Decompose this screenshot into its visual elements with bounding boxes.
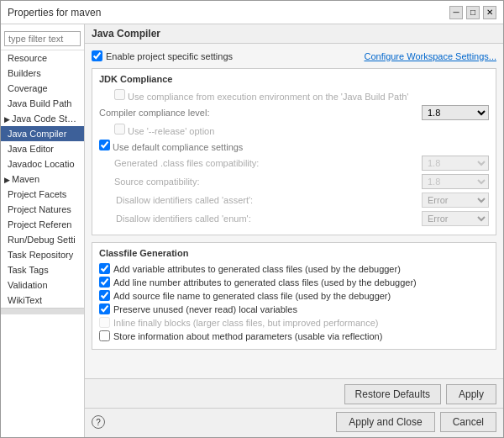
minimize-button[interactable]: ─: [449, 6, 463, 19]
filter-input[interactable]: [4, 31, 81, 46]
inline-finally-checkbox[interactable]: [99, 317, 110, 328]
bottom-row1: Restore Defaults Apply: [85, 379, 503, 408]
enable-project-specific-checkbox[interactable]: [92, 50, 102, 61]
panel-title: Java Compiler: [85, 24, 503, 44]
use-compliance-checkbox[interactable]: [114, 89, 125, 100]
generated-class-row: Generated .class files compatibility: 1.…: [99, 156, 489, 171]
sidebar-item-run-debug[interactable]: Run/Debug Setti: [1, 232, 84, 247]
disallow-assert-label: Disallow identifiers called 'assert':: [114, 195, 422, 205]
bottom-bar: Restore Defaults Apply ? Apply and Close…: [85, 378, 503, 437]
use-release-label: Use '--release' option: [114, 124, 489, 136]
use-default-checkbox[interactable]: [99, 140, 110, 150]
main-content: Resource Builders Coverage Java Build Pa…: [1, 24, 503, 437]
sidebar-item-javadoc[interactable]: Javadoc Locatio: [1, 156, 84, 172]
sidebar-item-resource[interactable]: Resource: [1, 50, 84, 66]
sidebar-item-project-references[interactable]: Project Referen: [1, 217, 84, 232]
sidebar-scrollbar[interactable]: [1, 308, 84, 314]
add-variable-label[interactable]: Add variable attributes to generated cla…: [99, 263, 489, 274]
generated-class-select[interactable]: 1.8: [422, 156, 489, 171]
window-controls: ─ □ ✕: [449, 6, 496, 19]
sidebar-item-java-compiler[interactable]: Java Compiler: [1, 126, 84, 141]
use-compliance-row: Use compliance from execution environmen…: [99, 89, 489, 102]
sidebar-item-project-natures[interactable]: Project Natures: [1, 202, 84, 217]
sidebar-item-validation[interactable]: Validation: [1, 277, 84, 293]
jdk-section-title: JDK Compliance: [99, 74, 489, 84]
disallow-assert-select[interactable]: Error: [422, 193, 489, 208]
sidebar-item-project-facets[interactable]: Project Facets: [1, 187, 84, 202]
generated-class-label: Generated .class files compatibility:: [114, 158, 422, 168]
add-variable-checkbox[interactable]: [99, 263, 110, 274]
inline-finally-label[interactable]: Inline finally blocks (larger class file…: [99, 317, 489, 328]
compiler-compliance-select[interactable]: 1.8: [422, 105, 489, 120]
add-line-label[interactable]: Add line number attributes to generated …: [99, 277, 489, 288]
use-release-row: Use '--release' option: [99, 124, 489, 136]
right-panel: Java Compiler Enable project specific se…: [85, 24, 503, 437]
preserve-unused-checkbox[interactable]: [99, 303, 110, 314]
help-icon[interactable]: ?: [92, 415, 105, 429]
sidebar-item-wikitext[interactable]: WikiText: [1, 293, 84, 308]
store-info-label[interactable]: Store information about method parameter…: [99, 330, 489, 341]
preserve-unused-label[interactable]: Preserve unused (never read) local varia…: [99, 303, 489, 314]
action-buttons: Apply and Close Cancel: [336, 412, 496, 432]
disallow-assert-row: Disallow identifiers called 'assert': Er…: [99, 193, 489, 208]
source-compat-label: Source compatibility:: [114, 177, 422, 187]
store-info-checkbox[interactable]: [99, 330, 110, 341]
use-default-label: Use default compliance settings: [99, 140, 489, 152]
source-compat-row: Source compatibility: 1.8: [99, 174, 489, 189]
sidebar-item-coverage[interactable]: Coverage: [1, 81, 84, 96]
sidebar-item-java-editor[interactable]: Java Editor: [1, 141, 84, 156]
add-source-label[interactable]: Add source file name to generated class …: [99, 290, 489, 301]
sidebar-item-builders[interactable]: Builders: [1, 66, 84, 81]
disallow-enum-row: Disallow identifiers called 'enum': Erro…: [99, 211, 489, 226]
add-source-checkbox[interactable]: [99, 290, 110, 301]
window-title: Properties for maven: [8, 7, 101, 18]
compiler-compliance-label: Compiler compliance level:: [99, 108, 422, 118]
bottom-row2: ? Apply and Close Cancel: [85, 408, 503, 437]
enable-row: Enable project specific settings Configu…: [92, 50, 496, 61]
classfile-section-title: Classfile Generation: [99, 248, 489, 258]
disallow-enum-select[interactable]: Error: [422, 211, 489, 226]
compiler-compliance-row: Compiler compliance level: 1.8: [99, 105, 489, 120]
configure-workspace-link[interactable]: Configure Workspace Settings...: [364, 51, 496, 61]
disallow-enum-label: Disallow identifiers called 'enum':: [114, 214, 422, 224]
sidebar: Resource Builders Coverage Java Build Pa…: [1, 24, 85, 437]
sidebar-item-maven[interactable]: ▶Maven: [1, 172, 84, 187]
sidebar-item-java-code-style[interactable]: ▶Java Code Style: [1, 111, 84, 126]
add-line-checkbox[interactable]: [99, 277, 110, 288]
classfile-section: Classfile Generation Add variable attrib…: [92, 242, 496, 350]
apply-and-close-button[interactable]: Apply and Close: [336, 412, 434, 432]
sidebar-item-java-build-path[interactable]: Java Build Path: [1, 96, 84, 111]
cancel-button[interactable]: Cancel: [440, 412, 496, 432]
restore-defaults-button[interactable]: Restore Defaults: [344, 384, 441, 404]
properties-window: Properties for maven ─ □ ✕ Resource Buil…: [0, 0, 504, 438]
sidebar-item-task-tags[interactable]: Task Tags: [1, 262, 84, 277]
panel-content: Enable project specific settings Configu…: [85, 44, 503, 378]
enable-project-specific-label[interactable]: Enable project specific settings: [92, 50, 233, 61]
close-button[interactable]: ✕: [483, 6, 496, 19]
source-compat-select[interactable]: 1.8: [422, 174, 489, 189]
sidebar-item-task-repository[interactable]: Task Repository: [1, 247, 84, 262]
title-bar: Properties for maven ─ □ ✕: [1, 1, 503, 24]
use-compliance-label: Use compliance from execution environmen…: [114, 89, 489, 102]
use-default-row: Use default compliance settings: [99, 140, 489, 152]
use-release-checkbox[interactable]: [114, 124, 125, 135]
jdk-compliance-section: JDK Compliance Use compliance from execu…: [92, 68, 496, 235]
maximize-button[interactable]: □: [466, 6, 480, 19]
apply-button[interactable]: Apply: [446, 384, 496, 404]
sidebar-search-container: [1, 28, 84, 50]
